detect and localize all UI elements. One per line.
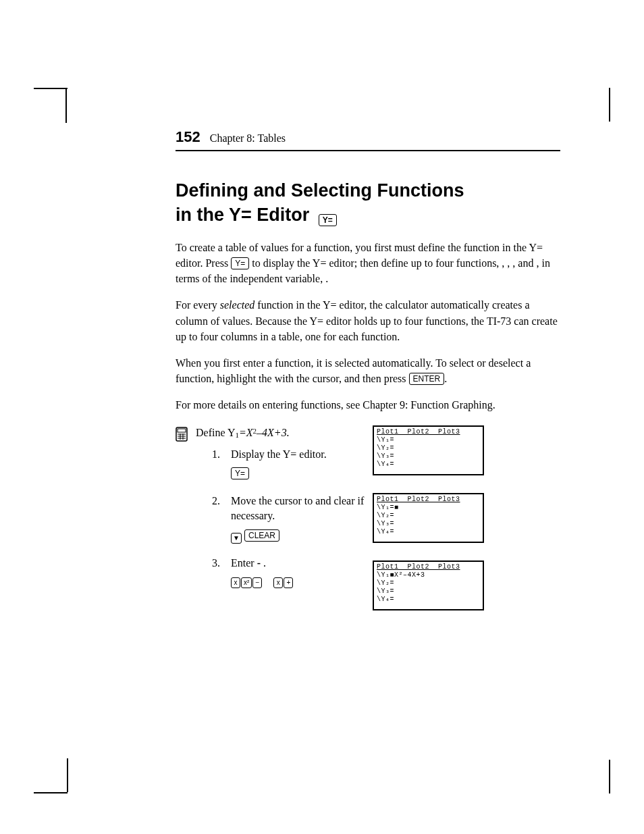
minus-key-icon: − — [252, 577, 262, 588]
y-equals-key-icon: Y= — [319, 214, 337, 226]
x-squared-key-icon: x² — [241, 577, 252, 588]
paragraph-1: To create a table of values for a functi… — [176, 240, 560, 287]
paragraph-2: For every selected function in the Y= ed… — [176, 297, 560, 344]
s3-l4: \Y₄= — [377, 596, 394, 603]
page-number: 152 — [176, 128, 200, 146]
step-3-num: 3. — [212, 556, 224, 590]
intro-a: Define Y — [196, 427, 236, 438]
s3-l3: \Y₃= — [377, 588, 394, 595]
s2-l2: \Y₂= — [377, 512, 394, 519]
x-key-icon: x — [273, 577, 283, 588]
y-equals-key-icon: Y= — [231, 467, 249, 479]
step-3: 3. Enter - . xx²− x+ — [212, 556, 365, 590]
example-screenshots: Plot1 Plot2 Plot3 \Y₁= \Y₂= \Y₃= \Y₄= Pl… — [373, 425, 560, 628]
intro-c: –4X+3. — [257, 427, 290, 438]
heading-line1: Defining and Selecting Functions — [176, 180, 464, 201]
paragraph-3: When you first enter a function, it is s… — [176, 355, 560, 386]
plot-header: Plot1 Plot2 Plot3 — [377, 563, 460, 571]
step-1-text: Display the Y= editor. — [231, 447, 365, 462]
s2-l3: \Y₃= — [377, 520, 394, 527]
paragraph-4: For more details on entering functions, … — [176, 397, 560, 413]
step3-b: . — [261, 557, 266, 569]
s2-l4: \Y₄= — [377, 528, 394, 536]
chapter-title: Chapter 8: Tables — [210, 132, 286, 145]
s1-l1: \Y₁= — [377, 436, 394, 444]
step-1-num: 1. — [212, 447, 224, 481]
y-equals-key-icon: Y= — [231, 257, 249, 269]
example-intro: Define Y1=X2–4X+3. — [196, 425, 365, 440]
s3-l2: \Y₂= — [377, 579, 394, 587]
step-3-text: Enter - . — [231, 556, 365, 571]
plus-key-icon: + — [284, 577, 293, 588]
step-2-text: Move the cursor to and clear if necessar… — [231, 494, 365, 524]
example-block: Define Y1=X2–4X+3. 1. Display the Y= edi… — [176, 425, 560, 628]
svg-rect-1 — [178, 429, 186, 432]
step3-a: Enter — [231, 557, 257, 569]
page-content: 152 Chapter 8: Tables Defining and Selec… — [176, 128, 560, 628]
down-arrow-key-icon: ▼ — [231, 533, 242, 544]
para2-text-a: For every — [176, 299, 220, 311]
para3-text-a: When you first enter a function, it is s… — [176, 357, 531, 384]
step-2-num: 2. — [212, 494, 224, 544]
s2-l1: \Y₁=■ — [377, 504, 399, 511]
screenshot-2: Plot1 Plot2 Plot3 \Y₁=■ \Y₂= \Y₃= \Y₄= — [373, 493, 484, 543]
screenshot-3: Plot1 Plot2 Plot3 \Y₁■X²–4X+3 \Y₂= \Y₃= … — [373, 561, 484, 610]
plot-header: Plot1 Plot2 Plot3 — [377, 496, 460, 504]
clear-key-icon: CLEAR — [244, 529, 279, 542]
enter-key-icon: ENTER — [409, 373, 445, 385]
s1-l3: \Y₃= — [377, 452, 394, 460]
example-steps: Define Y1=X2–4X+3. 1. Display the Y= edi… — [196, 425, 365, 602]
s1-l2: \Y₂= — [377, 444, 394, 452]
step-2: 2. Move the cursor to and clear if neces… — [212, 494, 365, 544]
para3-text-b: . — [444, 373, 447, 384]
x-key-icon: x — [231, 577, 240, 588]
calculator-icon — [176, 427, 188, 444]
heading-line2: in the Y= Editor — [176, 205, 315, 225]
page-header: 152 Chapter 8: Tables — [176, 128, 560, 151]
s1-l4: \Y₄= — [377, 461, 394, 468]
intro-b: =X — [239, 427, 253, 438]
para2-emph: selected — [220, 299, 255, 311]
section-heading: Defining and Selecting Functions in the … — [176, 178, 560, 228]
step-1: 1. Display the Y= editor. Y= — [212, 447, 365, 481]
s3-l1: \Y₁■X²–4X+3 — [377, 571, 425, 579]
plot-header: Plot1 Plot2 Plot3 — [377, 428, 460, 436]
screenshot-1: Plot1 Plot2 Plot3 \Y₁= \Y₂= \Y₃= \Y₄= — [373, 425, 484, 475]
